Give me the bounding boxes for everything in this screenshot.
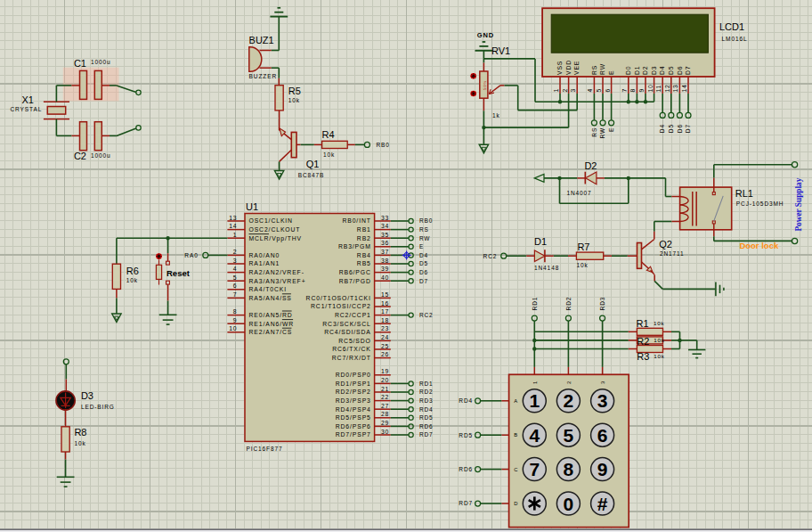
svg-text:13: 13 <box>229 215 237 221</box>
svg-text:D7: D7 <box>685 66 691 76</box>
svg-text:RD7/PSP7: RD7/PSP7 <box>336 431 371 438</box>
svg-text:8: 8 <box>233 308 238 315</box>
svg-text:2N1711: 2N1711 <box>660 250 685 257</box>
svg-text:14: 14 <box>681 84 687 92</box>
svg-text:D7: D7 <box>419 278 428 284</box>
svg-text:16: 16 <box>381 300 389 307</box>
svg-text:2: 2 <box>233 249 238 255</box>
svg-text:D6: D6 <box>677 124 683 133</box>
svg-text:RS: RS <box>591 65 597 75</box>
svg-text:RC5/SDO: RC5/SDO <box>338 338 371 344</box>
svg-text:15: 15 <box>381 291 389 298</box>
svg-text:3: 3 <box>600 381 605 384</box>
svg-text:LCD1: LCD1 <box>719 21 744 32</box>
svg-text:C2: C2 <box>74 151 86 161</box>
svg-text:1: 1 <box>553 88 559 93</box>
svg-text:35: 35 <box>381 232 389 238</box>
svg-text:D3: D3 <box>81 390 93 401</box>
svg-text:VEE: VEE <box>573 61 580 75</box>
svg-text:3: 3 <box>233 258 238 264</box>
svg-text:A: A <box>514 398 518 404</box>
svg-text:R7: R7 <box>577 241 589 252</box>
svg-text:34: 34 <box>381 223 389 229</box>
svg-text:PIC16F877: PIC16F877 <box>247 446 283 452</box>
svg-text:RB1: RB1 <box>357 226 371 233</box>
svg-text:2: 2 <box>564 390 574 411</box>
svg-text:11: 11 <box>655 85 662 93</box>
svg-text:D2: D2 <box>642 66 648 76</box>
svg-text:1N4148: 1N4148 <box>534 265 559 271</box>
svg-text:D1: D1 <box>634 66 640 76</box>
svg-text:C: C <box>514 467 518 472</box>
svg-text:RC1/T1OSI/CCP2: RC1/T1OSI/CCP2 <box>311 303 371 309</box>
svg-text:20: 20 <box>381 377 389 383</box>
svg-text:39: 39 <box>381 266 389 272</box>
svg-text:18: 18 <box>381 317 389 323</box>
svg-text:RC4/SDI/SDA: RC4/SDI/SDA <box>324 329 371 335</box>
svg-text:RD2: RD2 <box>565 297 572 311</box>
svg-text:RD1: RD1 <box>419 381 434 387</box>
svg-text:U1: U1 <box>246 201 258 212</box>
svg-text:BUZ1: BUZ1 <box>249 35 274 45</box>
svg-text:1000u: 1000u <box>91 152 111 159</box>
svg-text:MCLR/Vpp/THV: MCLR/Vpp/THV <box>249 235 303 242</box>
svg-text:RD1/PSP1: RD1/PSP1 <box>336 381 371 387</box>
svg-text:D6: D6 <box>419 269 428 275</box>
svg-text:1: 1 <box>529 390 540 411</box>
svg-text:23: 23 <box>381 325 389 331</box>
svg-text:RB3/PGM: RB3/PGM <box>338 243 371 250</box>
svg-text:E: E <box>608 70 614 75</box>
svg-text:RB5: RB5 <box>357 260 371 266</box>
svg-text:10: 10 <box>647 84 654 92</box>
svg-text:9: 9 <box>638 88 645 93</box>
svg-text:RD2/PSP2: RD2/PSP2 <box>336 389 371 395</box>
svg-text:5: 5 <box>596 88 602 93</box>
svg-text:1: 1 <box>532 381 538 384</box>
svg-text:RS: RS <box>419 226 429 233</box>
svg-text:RE2/AN7/CS: RE2/AN7/CS <box>249 329 293 335</box>
svg-text:3: 3 <box>570 88 576 93</box>
svg-text:RC2/CCP1: RC2/CCP1 <box>335 312 371 318</box>
svg-text:RD2: RD2 <box>419 389 434 395</box>
svg-text:1000u: 1000u <box>91 59 111 65</box>
svg-text:E: E <box>608 127 614 132</box>
svg-text:1: 1 <box>233 232 238 238</box>
svg-text:VSS: VSS <box>556 61 563 75</box>
svg-text:Q2: Q2 <box>659 239 672 250</box>
svg-text:D5: D5 <box>668 66 674 76</box>
svg-text:R8: R8 <box>74 427 86 438</box>
svg-text:E: E <box>419 243 424 250</box>
svg-text:D0: D0 <box>625 66 631 76</box>
svg-text:RD5: RD5 <box>459 432 473 438</box>
svg-text:CRYSTAL: CRYSTAL <box>11 106 43 112</box>
svg-text:RA2/AN2/VREF-: RA2/AN2/VREF- <box>249 269 304 275</box>
svg-text:10k: 10k <box>74 440 85 446</box>
svg-text:10k: 10k <box>288 97 300 103</box>
svg-text:RB0: RB0 <box>419 217 433 224</box>
svg-text:12: 12 <box>664 84 670 92</box>
svg-text:RC0/T1OSO/T1CKI: RC0/T1OSO/T1CKI <box>306 295 371 301</box>
svg-text:R6: R6 <box>126 266 139 276</box>
svg-text:RV1: RV1 <box>491 45 510 56</box>
svg-text:2: 2 <box>566 381 572 384</box>
svg-text:RD6/PSP6: RD6/PSP6 <box>336 423 371 430</box>
svg-text:25: 25 <box>381 343 389 349</box>
svg-text:RS: RS <box>591 127 597 137</box>
svg-text:D4: D4 <box>419 252 428 258</box>
svg-text:RC2: RC2 <box>483 253 498 259</box>
svg-text:27: 27 <box>381 403 389 409</box>
svg-text:4: 4 <box>233 266 238 272</box>
svg-text:10k: 10k <box>654 353 665 359</box>
svg-text:RD4: RD4 <box>419 406 434 413</box>
svg-text:14: 14 <box>229 223 237 229</box>
svg-text:36: 36 <box>381 240 389 246</box>
svg-text:D3: D3 <box>651 66 657 76</box>
svg-text:RW: RW <box>419 235 431 241</box>
svg-text:33: 33 <box>381 215 389 221</box>
svg-text:R5: R5 <box>288 86 301 96</box>
svg-text:RD1: RD1 <box>532 297 538 311</box>
svg-text:RE0/AN5/RD: RE0/AN5/RD <box>249 312 293 318</box>
svg-text:RB7/PGD: RB7/PGD <box>339 278 371 284</box>
svg-text:5: 5 <box>564 425 574 446</box>
svg-text:Reset: Reset <box>166 268 191 278</box>
